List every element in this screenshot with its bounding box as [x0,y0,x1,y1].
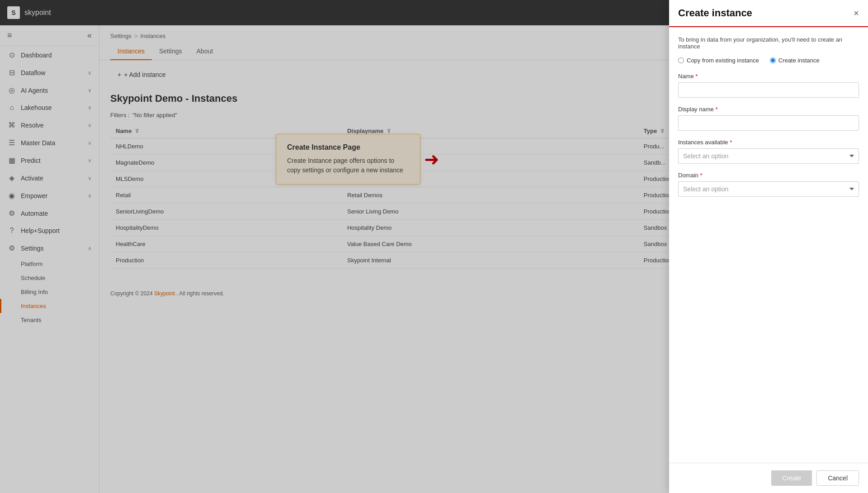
name-label: Name * [678,73,859,80]
display-name-required: * [715,106,717,113]
radio-copy-label: Copy from existing instance [687,57,759,64]
form-group-instances-available: Instances available * Select an option [678,139,859,164]
form-group-name: Name * [678,73,859,98]
panel-radio-group: Copy from existing instance Create insta… [678,57,859,64]
panel-title: Create instance [678,7,752,19]
form-group-domain: Domain * Select an option [678,172,859,197]
radio-create-instance[interactable]: Create instance [770,57,820,64]
radio-create-input[interactable] [770,57,776,63]
radio-copy-input[interactable] [678,57,684,63]
instances-available-label: Instances available * [678,139,859,146]
display-name-label: Display name * [678,106,859,113]
instances-available-select[interactable]: Select an option [678,148,859,164]
name-input[interactable] [678,82,859,98]
radio-copy-from-existing[interactable]: Copy from existing instance [678,57,759,64]
panel-header: Create instance × [669,0,868,27]
display-name-input[interactable] [678,115,859,131]
create-instance-panel: Create instance × To bring in data from … [669,0,868,493]
domain-label: Domain * [678,172,859,179]
domain-select[interactable]: Select an option [678,181,859,197]
instances-available-required: * [730,139,732,146]
cancel-button[interactable]: Cancel [816,470,859,486]
domain-required: * [700,172,702,179]
panel-description: To bring in data from your organization,… [678,36,859,50]
name-required: * [695,73,698,80]
form-group-display-name: Display name * [678,106,859,131]
panel-footer: Create Cancel [669,463,868,493]
radio-create-label: Create instance [778,57,820,64]
panel-body: To bring in data from your organization,… [669,27,868,463]
create-button[interactable]: Create [771,470,812,486]
panel-close-button[interactable]: × [854,9,859,18]
